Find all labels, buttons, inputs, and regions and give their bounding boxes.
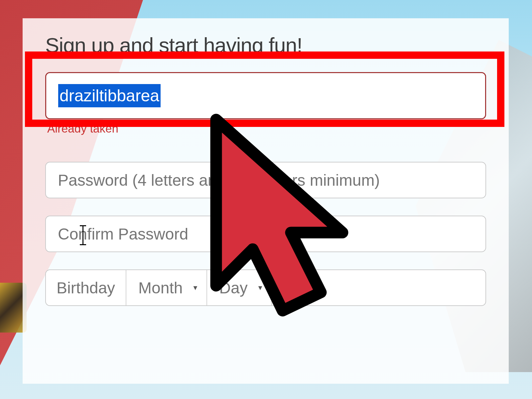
confirm-password-placeholder: Confirm Password (58, 225, 188, 243)
confirm-password-input[interactable]: Confirm Password (45, 216, 486, 252)
day-select-value: Day (219, 279, 247, 297)
day-select[interactable]: Day ▼ (207, 270, 272, 305)
year-select[interactable]: ▼ (272, 270, 299, 305)
month-select-value: Month (138, 279, 183, 297)
birthday-selector-row: Birthday Month ▼ Day ▼ ▼ (45, 269, 486, 306)
form-title: Sign up and start having fun! (45, 33, 486, 57)
username-value-selected: draziltibbarea (58, 84, 161, 107)
text-cursor-icon (82, 226, 83, 245)
month-select[interactable]: Month ▼ (126, 270, 207, 305)
chevron-down-icon: ▼ (284, 284, 291, 292)
username-input[interactable]: draziltibbarea (45, 72, 486, 119)
signup-form-panel: Sign up and start having fun! draziltibb… (23, 18, 509, 384)
username-error-message: Already taken (47, 122, 486, 135)
password-input[interactable]: Password (4 letters and 2 numbers minimu… (45, 162, 486, 198)
chevron-down-icon: ▼ (257, 284, 264, 292)
birthday-label: Birthday (46, 270, 126, 305)
password-placeholder: Password (4 letters and 2 numbers minimu… (58, 171, 380, 189)
chevron-down-icon: ▼ (192, 284, 199, 292)
